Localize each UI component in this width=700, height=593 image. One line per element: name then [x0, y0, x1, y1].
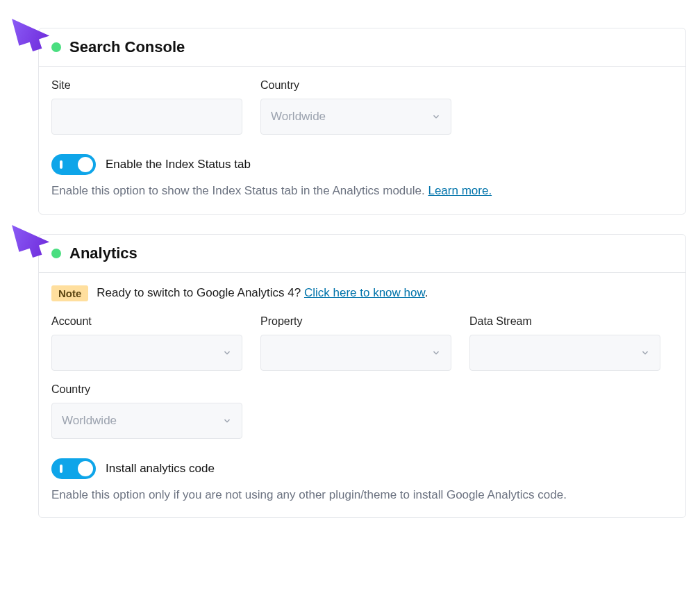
index-status-toggle-row: Enable the Index Status tab	[51, 154, 673, 175]
chevron-down-icon	[431, 112, 441, 122]
note-text-wrapper: Ready to switch to Google Analytics 4? C…	[97, 286, 428, 300]
an-country-field-group: Country Worldwide	[51, 383, 242, 439]
analytics-form-row-1: Account Property Data Stream	[51, 315, 673, 371]
index-status-help-prefix: Enable this option to show the Index Sta…	[51, 184, 428, 197]
analytics-title: Analytics	[69, 244, 138, 262]
search-console-header: Search Console	[39, 28, 685, 67]
data-stream-label: Data Stream	[469, 315, 660, 328]
install-code-toggle-label: Install analytics code	[106, 462, 215, 476]
an-country-select-value: Worldwide	[62, 414, 117, 428]
install-code-help-text: Enable this option only if you are not u…	[51, 486, 673, 504]
sc-country-select[interactable]: Worldwide	[260, 99, 451, 135]
chevron-down-icon	[222, 348, 232, 358]
chevron-down-icon	[431, 348, 441, 358]
site-label: Site	[51, 79, 242, 92]
sc-country-select-value: Worldwide	[271, 110, 326, 124]
an-country-select[interactable]: Worldwide	[51, 403, 242, 439]
account-label: Account	[51, 315, 242, 328]
note-period: .	[425, 286, 428, 299]
search-console-panel: Search Console Site Country Worldwide	[38, 28, 686, 215]
chevron-down-icon	[640, 348, 650, 358]
search-console-form-row: Site Country Worldwide	[51, 79, 673, 135]
note-row: Note Ready to switch to Google Analytics…	[51, 285, 673, 301]
install-code-toggle-row: Install analytics code	[51, 458, 673, 479]
sc-country-field-group: Country Worldwide	[260, 79, 451, 135]
ga4-link[interactable]: Click here to know how	[304, 286, 425, 299]
data-stream-field-group: Data Stream	[469, 315, 660, 371]
status-dot-icon	[51, 249, 61, 258]
analytics-panel: Analytics Note Ready to switch to Google…	[38, 234, 686, 519]
sc-country-label: Country	[260, 79, 451, 92]
property-field-group: Property	[260, 315, 451, 371]
an-country-label: Country	[51, 383, 242, 396]
property-select[interactable]	[260, 335, 451, 371]
site-field-group: Site	[51, 79, 242, 135]
analytics-header: Analytics	[39, 235, 685, 273]
index-status-toggle-label: Enable the Index Status tab	[106, 158, 251, 172]
analytics-body: Note Ready to switch to Google Analytics…	[39, 273, 685, 518]
chevron-down-icon	[222, 416, 232, 426]
status-dot-icon	[51, 42, 61, 52]
note-badge: Note	[51, 285, 88, 301]
account-field-group: Account	[51, 315, 242, 371]
analytics-form-row-2: Country Worldwide	[51, 383, 673, 439]
search-console-body: Site Country Worldwide Enable	[39, 67, 685, 214]
install-code-toggle[interactable]	[51, 458, 96, 479]
property-label: Property	[260, 315, 451, 328]
site-select[interactable]	[51, 99, 242, 135]
account-select[interactable]	[51, 335, 242, 371]
note-text: Ready to switch to Google Analytics 4?	[97, 286, 304, 299]
index-status-toggle[interactable]	[51, 154, 96, 175]
search-console-title: Search Console	[69, 38, 185, 56]
index-status-help-text: Enable this option to show the Index Sta…	[51, 182, 673, 200]
learn-more-link[interactable]: Learn more.	[428, 184, 492, 197]
data-stream-select[interactable]	[469, 335, 660, 371]
